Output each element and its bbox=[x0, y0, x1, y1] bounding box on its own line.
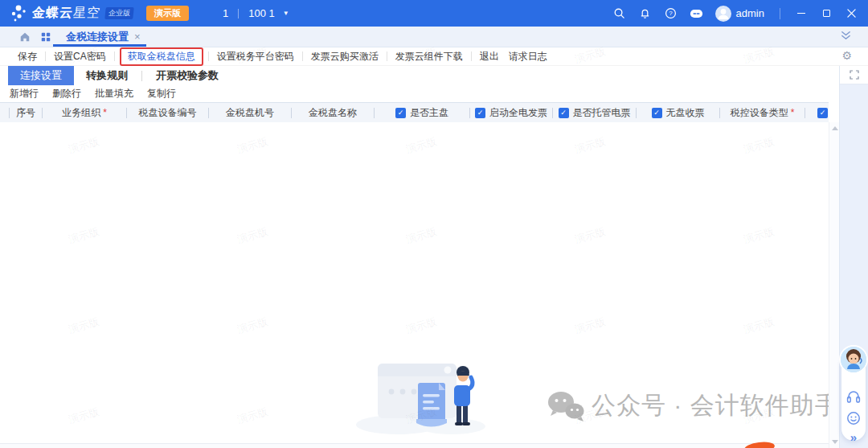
search-icon[interactable] bbox=[612, 6, 626, 20]
vertical-scrollbar[interactable] bbox=[829, 122, 839, 448]
subtab-separator bbox=[141, 71, 142, 81]
main-toolbar: 保存设置CA密码获取金税盘信息设置税务平台密码发票云购买激活发票云组件下载退出请… bbox=[0, 47, 868, 66]
collapse-chevrons-icon[interactable] bbox=[840, 30, 852, 45]
org-separator bbox=[238, 9, 239, 18]
demo-version-badge: 演示版 bbox=[146, 6, 189, 21]
column-label: 税盘设备编号 bbox=[139, 106, 197, 120]
toolbar-separator bbox=[45, 51, 46, 61]
toolbar-separator bbox=[302, 51, 303, 61]
toolbar-button-4[interactable]: 设置税务平台密码 bbox=[212, 50, 299, 64]
row-actions: 新增行删除行批量填充复制行 bbox=[0, 85, 868, 102]
user-menu[interactable]: admin bbox=[715, 6, 764, 22]
tab-tax-connection-settings[interactable]: 金税连接设置 × bbox=[66, 30, 141, 44]
close-tab-icon[interactable]: × bbox=[134, 31, 141, 43]
tab-label: 金税连接设置 bbox=[66, 30, 129, 44]
empty-state: 很抱歉，暂时没有相关数据~ bbox=[343, 360, 504, 448]
headset-icon[interactable] bbox=[845, 388, 862, 405]
subtab-2[interactable]: 转换规则 bbox=[74, 66, 140, 85]
brand-bold: 金蝶云 bbox=[31, 6, 74, 19]
promo-watermark: 公众号 · 会计软件助手 bbox=[547, 389, 840, 422]
brand-title: 金蝶云星空 bbox=[31, 5, 101, 22]
column-checkbox[interactable] bbox=[395, 108, 406, 118]
brand-light: 星空 bbox=[72, 6, 101, 19]
row-action-3[interactable]: 批量填充 bbox=[95, 87, 133, 101]
kingdee-logo-icon bbox=[8, 3, 29, 24]
assistant-avatar[interactable] bbox=[839, 345, 868, 374]
toolbar-button-1[interactable]: 保存 bbox=[13, 50, 42, 64]
expand-box bbox=[840, 66, 868, 84]
username-label: admin bbox=[736, 7, 764, 19]
column-header-4[interactable]: 金税盘机号 bbox=[209, 106, 291, 120]
toolbar-separator bbox=[114, 51, 115, 61]
row-action-2[interactable]: 删除行 bbox=[52, 87, 81, 101]
subtab-3[interactable]: 开票校验参数 bbox=[144, 66, 231, 85]
horizontal-scrollbar[interactable] bbox=[0, 443, 829, 448]
toolbar-button-8[interactable]: 请求日志 bbox=[504, 50, 552, 64]
column-checkbox[interactable] bbox=[652, 108, 662, 118]
column-header-8[interactable]: 是否托管电票 bbox=[553, 106, 636, 120]
column-label: 无盘收票 bbox=[666, 106, 705, 120]
column-label: 金税盘名称 bbox=[309, 106, 357, 120]
window-controls-separator bbox=[780, 8, 780, 19]
notification-bell-icon[interactable] bbox=[638, 6, 652, 20]
column-header-3[interactable]: 税盘设备编号 bbox=[127, 106, 208, 120]
column-header-9[interactable]: 无盘收票 bbox=[637, 106, 719, 120]
org-value-left: 1 bbox=[223, 7, 228, 19]
toolbar-items: 保存设置CA密码获取金税盘信息设置税务平台密码发票云购买激活发票云组件下载退出请… bbox=[13, 47, 552, 66]
maximize-button[interactable] bbox=[821, 8, 832, 19]
top-bar: 金蝶云星空 企业版 演示版 1 100 1 ▼ ? bbox=[0, 0, 868, 27]
close-button[interactable] bbox=[845, 8, 857, 19]
toolbar-separator bbox=[387, 51, 387, 61]
minimize-button[interactable] bbox=[796, 8, 807, 19]
column-header-2[interactable]: 业务组织* bbox=[43, 106, 126, 120]
toolbar-button-2[interactable]: 设置CA密码 bbox=[49, 50, 111, 64]
column-label: 序号 bbox=[16, 106, 35, 120]
subtab-list: 连接设置转换规则开票校验参数 bbox=[8, 66, 231, 85]
gear-icon[interactable]: ⚙ bbox=[841, 49, 852, 62]
column-header-1[interactable]: 序号 bbox=[10, 106, 42, 120]
column-checkbox[interactable] bbox=[817, 108, 828, 118]
org-selector[interactable]: 1 100 1 ▼ bbox=[223, 7, 289, 19]
org-value-right: 100 1 bbox=[248, 7, 275, 19]
grid-header: 序号业务组织*税盘设备编号金税盘机号金税盘名称是否主盘启动全电发票是否托管电票无… bbox=[0, 102, 829, 123]
caret-down-icon[interactable]: ▼ bbox=[283, 10, 289, 17]
scroll-down-icon[interactable] bbox=[832, 440, 838, 444]
column-header-11[interactable]: 发 bbox=[805, 106, 829, 120]
toolbar-separator bbox=[471, 51, 472, 61]
toolbar-button-3[interactable]: 获取金税盘信息 bbox=[120, 47, 203, 66]
required-asterisk: * bbox=[103, 107, 107, 118]
user-avatar bbox=[715, 6, 731, 22]
application-window: 金蝶云星空 企业版 演示版 1 100 1 ▼ ? bbox=[0, 0, 868, 448]
column-label: 税控设备类型 bbox=[731, 106, 788, 120]
promo-text: 公众号 · 会计软件助手 bbox=[592, 389, 840, 422]
column-checkbox[interactable] bbox=[559, 108, 569, 118]
badge-pill-icon[interactable] bbox=[690, 6, 703, 20]
scroll-up-icon[interactable] bbox=[832, 126, 838, 130]
fullscreen-expand-icon[interactable] bbox=[850, 70, 859, 80]
row-action-1[interactable]: 新增行 bbox=[10, 87, 39, 101]
home-icon[interactable] bbox=[19, 31, 31, 43]
column-label: 业务组织 bbox=[62, 106, 100, 120]
document-tab-bar: 金税连接设置 × bbox=[0, 27, 868, 47]
column-header-6[interactable]: 是否主盘 bbox=[375, 106, 469, 120]
column-header-10[interactable]: 税控设备类型* bbox=[720, 106, 805, 120]
toolbar-button-5[interactable]: 发票云购买激活 bbox=[306, 50, 383, 64]
edition-badge: 企业版 bbox=[104, 7, 134, 19]
smiley-icon[interactable] bbox=[845, 409, 862, 427]
column-label: 启动全电发票 bbox=[489, 106, 547, 120]
row-action-4[interactable]: 复制行 bbox=[147, 87, 176, 101]
column-header-5[interactable]: 金税盘名称 bbox=[292, 106, 374, 120]
column-header-7[interactable]: 启动全电发票 bbox=[470, 106, 552, 120]
toolbar-button-7[interactable]: 退出 bbox=[475, 50, 504, 64]
wechat-icon bbox=[547, 390, 585, 422]
column-label: 金税盘机号 bbox=[226, 106, 274, 120]
toolbar-button-6[interactable]: 发票云组件下载 bbox=[391, 50, 468, 64]
subtab-1[interactable]: 连接设置 bbox=[8, 66, 74, 85]
top-right-actions: ? admin bbox=[612, 6, 868, 22]
subtab-row: 连接设置转换规则开票校验参数 bbox=[0, 66, 868, 85]
window-controls bbox=[796, 8, 857, 19]
column-checkbox[interactable] bbox=[475, 108, 485, 118]
chevron-double-right-icon[interactable]: » bbox=[845, 428, 862, 446]
menu-grid-icon[interactable] bbox=[40, 31, 51, 43]
help-icon[interactable]: ? bbox=[664, 6, 678, 20]
